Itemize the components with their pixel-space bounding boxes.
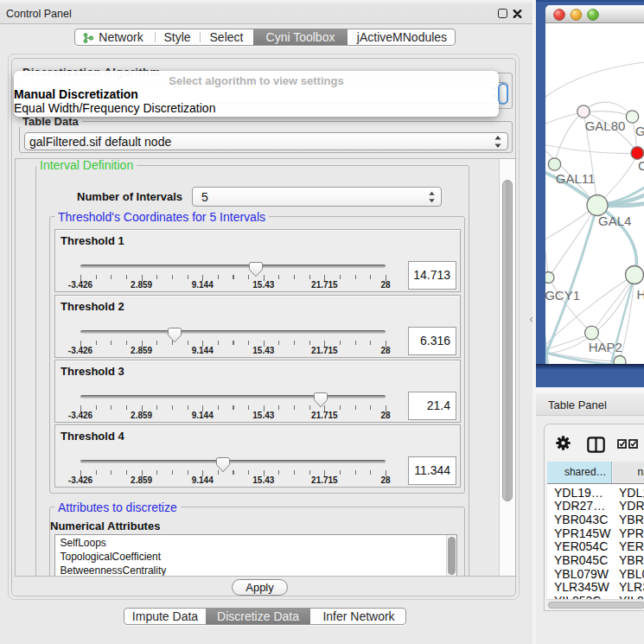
svg-text:C: C bbox=[638, 158, 644, 173]
svg-text:GAL4: GAL4 bbox=[598, 214, 631, 228]
svg-text:GCY1: GCY1 bbox=[545, 288, 580, 303]
svg-text:HAP2: HAP2 bbox=[589, 340, 622, 354]
svg-text:GAL80: GAL80 bbox=[585, 118, 626, 133]
svg-text:GAL11: GAL11 bbox=[556, 171, 596, 186]
svg-text:H: H bbox=[637, 287, 644, 302]
svg-text:G.: G. bbox=[635, 124, 644, 138]
